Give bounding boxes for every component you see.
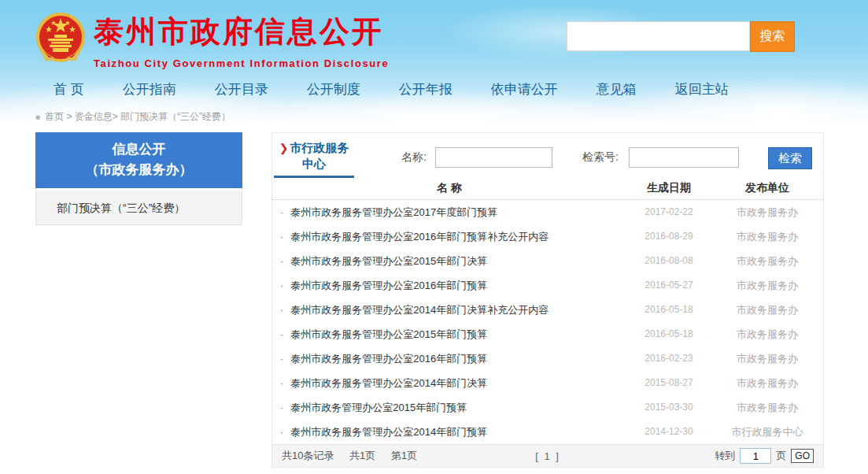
table-header-unit: 发布单位 (711, 178, 823, 199)
site-search: 搜索 (567, 21, 795, 52)
sidebar-title-line1: 信息公开 (35, 139, 242, 160)
breadcrumb-square-icon: ■ (35, 113, 40, 121)
document-link[interactable]: ·泰州市政务服务管理办公室2014年部门决算 (272, 371, 626, 395)
document-unit: 市政务服务办 (711, 249, 823, 273)
sidebar: 信息公开 （市政务服务办） 部门预决算（“三公”经费） (35, 132, 242, 225)
document-unit: 市行政服务中心 (711, 420, 823, 444)
document-link[interactable]: ·泰州市政务服务管理办公室2016年部门预算 (272, 346, 626, 371)
goto-page-control: 转到 页 GO (715, 448, 814, 464)
nav-item[interactable]: 依申请公开 (491, 80, 558, 98)
document-link[interactable]: ·泰州市政务管理办公室2015年部门预算 (272, 395, 626, 420)
site-banner: 泰州市政府信息公开 Taizhou City Government Inform… (0, 0, 868, 76)
sidebar-title-line2: （市政务服务办） (35, 160, 242, 180)
site-title: 泰州市政府信息公开 (94, 12, 389, 52)
document-unit: 市政务服务办 (711, 200, 823, 224)
document-link[interactable]: ·泰州市政务服务管理办公室2016年部门预算补充公开内容 (272, 224, 626, 249)
table-header-name: 名 称 (272, 178, 626, 199)
nav-item[interactable]: 返回主站 (675, 80, 729, 98)
go-button[interactable]: GO (791, 449, 814, 463)
content-panel: ❯市行政服务 中心 名称: 检索号: 检索 名 称 生成日期 发布单位 ·泰州市… (271, 132, 824, 468)
document-date: 2014-12-30 (626, 420, 711, 444)
bullet-icon: · (280, 231, 283, 243)
tab-label-line1: 市行政服务 (290, 141, 349, 154)
bullet-icon: · (280, 377, 283, 389)
filter-search-button[interactable]: 检索 (768, 147, 812, 169)
document-link[interactable]: ·泰州市政务服务管理办公室2015年部门决算 (272, 249, 626, 273)
goto-page-suffix: 页 (776, 449, 786, 463)
tab-label-line2: 中心 (274, 156, 354, 172)
goto-page-input[interactable] (740, 448, 771, 464)
table-row: ·泰州市政务管理办公室2015年部门预算 2015-03-30 市政务服务办 (272, 395, 823, 420)
bullet-icon: · (280, 304, 283, 316)
bullet-icon: · (280, 328, 283, 340)
nav-item[interactable]: 意见箱 (597, 80, 637, 98)
table-row: ·泰州市政务服务管理办公室2015年部门预算 2016-05-18 市政务服务办 (272, 322, 823, 346)
document-date: 2016-05-18 (626, 322, 711, 346)
document-date: 2015-03-30 (626, 395, 711, 420)
bullet-icon: · (280, 255, 283, 267)
sidebar-menu: 部门预决算（“三公”经费） (35, 188, 242, 225)
document-unit: 市政务服务办 (711, 224, 823, 249)
name-filter-input[interactable] (435, 147, 552, 168)
document-date: 2016-05-27 (626, 273, 711, 298)
name-filter-label: 名称: (401, 150, 427, 165)
nav-item[interactable]: 公开年报 (399, 80, 452, 98)
breadcrumb-text: 首页 > 资金信息> 部门预决算（“三公”经费） (45, 111, 231, 122)
bullet-icon: · (280, 353, 283, 365)
table-row: ·泰州市政务服务管理办公室2014年部门决算 2015-08-27 市政务服务办 (272, 371, 823, 395)
document-date: 2016-02-23 (626, 346, 711, 371)
document-unit: 市政务服务办 (711, 298, 823, 322)
document-date: 2017-02-22 (626, 200, 711, 224)
table-row: ·泰州市政务服务管理办公室2016年部门预算补充公开内容 2016-08-29 … (272, 224, 823, 249)
document-date: 2016-08-08 (626, 249, 711, 273)
table-header: 名 称 生成日期 发布单位 (272, 178, 823, 200)
table-row: ·泰州市政务服务管理办公室2014年部门决算补充公开内容 2016-05-18 … (272, 298, 823, 322)
pagination-bar: 共10条记录 共1页 第1页 [ 1 ] 转到 页 GO (272, 444, 823, 467)
nav-item[interactable]: 首 页 (54, 80, 84, 98)
national-emblem-logo (35, 9, 87, 69)
document-unit: 市政务服务办 (711, 273, 823, 298)
table-body: ·泰州市政务服务管理办公室2017年度部门预算 2017-02-22 市政务服务… (272, 200, 823, 444)
document-link[interactable]: ·泰州市政务服务管理办公室2014年部门决算补充公开内容 (272, 298, 626, 322)
bullet-icon: · (280, 280, 283, 291)
site-search-button[interactable]: 搜索 (750, 21, 795, 52)
main-nav: 首 页 公开指南 公开目录 公开制度 公开年报 依申请公开 意见箱 返回主站 (54, 80, 729, 98)
document-link[interactable]: ·泰州市政务服务管理办公室2014年部门预算 (272, 420, 626, 444)
bullet-icon: · (280, 206, 283, 218)
index-filter-label: 检索号: (582, 150, 619, 165)
site-subtitle: Taizhou City Government Information Disc… (94, 57, 389, 69)
tab-city-admin-service-center[interactable]: ❯市行政服务 中心 (274, 140, 354, 178)
bullet-icon: · (280, 402, 283, 413)
table-row: ·泰州市政务服务管理办公室2015年部门决算 2016-08-08 市政务服务办 (272, 249, 823, 273)
document-link[interactable]: ·泰州市政务服务管理办公室2015年部门预算 (272, 322, 626, 346)
table-row: ·泰州市政务服务管理办公室2017年度部门预算 2017-02-22 市政务服务… (272, 200, 823, 224)
nav-item[interactable]: 公开制度 (307, 80, 360, 98)
document-unit: 市政务服务办 (711, 322, 823, 346)
sidebar-title: 信息公开 （市政务服务办） (35, 132, 242, 188)
table-row: ·泰州市政务服务管理办公室2016年部门预算 2016-05-27 市政务服务办 (272, 273, 823, 298)
document-unit: 市政务服务办 (711, 395, 823, 420)
document-date: 2015-08-27 (626, 371, 711, 395)
table-row: ·泰州市政务服务管理办公室2014年部门预算 2014-12-30 市行政服务中… (272, 420, 823, 444)
document-unit: 市政务服务办 (711, 346, 823, 371)
document-date: 2016-08-29 (626, 224, 711, 249)
document-link[interactable]: ·泰州市政务服务管理办公室2017年度部门预算 (272, 200, 626, 224)
table-row: ·泰州市政务服务管理办公室2016年部门预算 2016-02-23 市政务服务办 (272, 346, 823, 371)
sidebar-item-budget[interactable]: 部门预决算（“三公”经费） (35, 188, 242, 225)
table-header-date: 生成日期 (626, 178, 711, 199)
bullet-icon: · (280, 426, 283, 438)
document-link[interactable]: ·泰州市政务服务管理办公室2016年部门预算 (272, 273, 626, 298)
index-filter-input[interactable] (629, 147, 739, 168)
nav-item[interactable]: 公开目录 (215, 80, 268, 98)
page: 泰州市政府信息公开 Taizhou City Government Inform… (0, 0, 868, 474)
goto-label: 转到 (715, 449, 735, 463)
nav-item[interactable]: 公开指南 (123, 80, 176, 98)
document-date: 2016-05-18 (626, 298, 711, 322)
panel-toolbar: ❯市行政服务 中心 名称: 检索号: 检索 (272, 133, 823, 178)
breadcrumb: ■首页 > 资金信息> 部门预决算（“三公”经费） (35, 110, 231, 124)
tab-chevron-icon: ❯ (279, 142, 289, 154)
document-unit: 市政务服务办 (711, 371, 823, 395)
site-search-input[interactable] (567, 21, 750, 51)
